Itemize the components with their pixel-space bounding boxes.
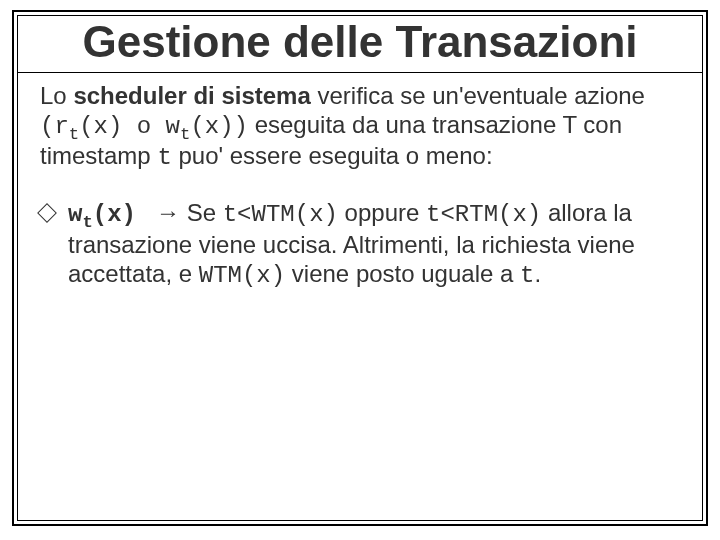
code-t: t	[157, 144, 171, 171]
text: puo' essere eseguita o meno:	[172, 142, 493, 169]
bullet-body: wt(x) → Se t<WTM(x) oppure t<RTM(x) allo…	[68, 198, 680, 290]
cond1: t<WTM(x)	[223, 201, 338, 228]
lead-sub: t	[82, 213, 92, 232]
bullet-item: wt(x) → Se t<WTM(x) oppure t<RTM(x) allo…	[40, 198, 680, 290]
code-mid1: (x) o w	[79, 113, 180, 140]
rest2: viene posto uguale a	[285, 260, 520, 287]
oppure: oppure	[338, 199, 426, 226]
code-r-open: (r	[40, 113, 69, 140]
spacer	[136, 199, 156, 226]
lead-tail: (x)	[93, 201, 136, 228]
arrow-icon: →	[156, 199, 180, 226]
lead-w: w	[68, 201, 82, 228]
slide-content: Lo scheduler di sistema verifica se un'e…	[18, 73, 702, 291]
wtm: WTM(x)	[199, 262, 285, 289]
code-sub-t2: t	[180, 125, 190, 144]
slide-title: Gestione delle Transazioni	[18, 16, 702, 72]
code-sub-t1: t	[69, 125, 79, 144]
period: .	[534, 260, 541, 287]
cond2: t<RTM(x)	[426, 201, 541, 228]
t-final: t	[520, 262, 534, 289]
se-text: Se	[180, 199, 223, 226]
bold-scheduler: scheduler di sistema	[73, 82, 310, 109]
code-mid2: (x))	[190, 113, 248, 140]
text: Lo	[40, 82, 73, 109]
text: verifica se un'eventuale azione	[311, 82, 645, 109]
slide-outer-frame: Gestione delle Transazioni Lo scheduler …	[12, 10, 708, 526]
diamond-bullet-icon	[37, 203, 57, 223]
intro-paragraph: Lo scheduler di sistema verifica se un'e…	[40, 81, 680, 173]
slide-inner-frame: Gestione delle Transazioni Lo scheduler …	[17, 15, 703, 521]
